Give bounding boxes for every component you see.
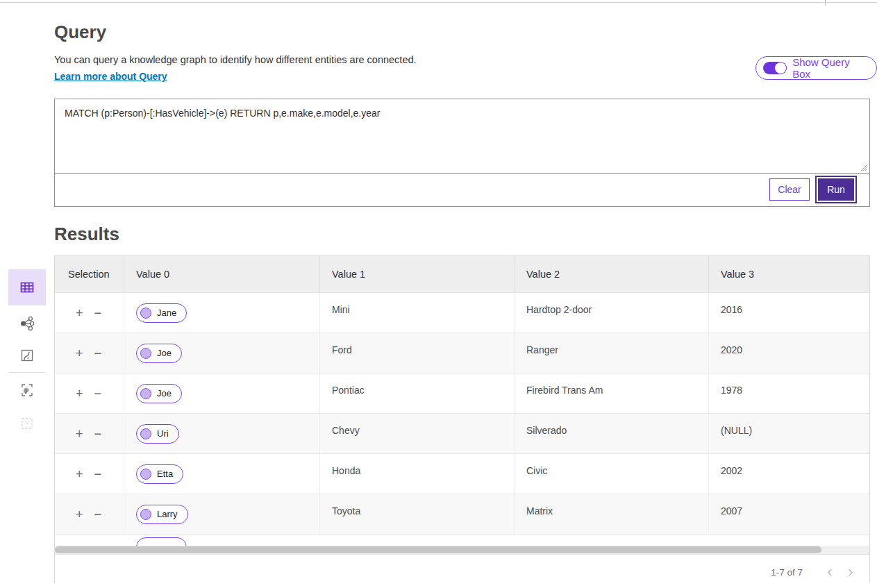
add-to-selection-icon[interactable]: + xyxy=(76,347,83,360)
learn-more-link[interactable]: Learn more about Query xyxy=(54,71,167,82)
query-button-bar: Clear Run xyxy=(55,174,869,205)
remove-from-selection-icon[interactable]: − xyxy=(94,387,102,400)
entity-pill[interactable]: Uri xyxy=(136,424,179,444)
toggle-knob xyxy=(775,62,786,74)
entity-name: Joe xyxy=(157,348,172,358)
add-to-selection-icon[interactable]: + xyxy=(76,307,83,319)
table-row: + − Joe Pontiac Firebird Trans Am 1978 xyxy=(55,373,869,413)
value1-cell: Honda xyxy=(320,454,515,494)
value1-cell: Pontiac xyxy=(320,373,515,413)
value3-cell: 2016 xyxy=(709,293,869,333)
value1-cell: Toyota xyxy=(320,494,515,534)
sidebar-item-table-view[interactable] xyxy=(8,269,46,305)
value3-cell: 2020 xyxy=(709,333,869,373)
previous-page-button[interactable]: ‹ xyxy=(819,564,840,580)
query-textarea[interactable]: MATCH (p:Person)-[:HasVehicle]->(e) RETU… xyxy=(55,99,869,174)
entity-icon xyxy=(140,428,151,439)
remove-from-selection-icon[interactable]: − xyxy=(94,428,102,440)
entity-pill[interactable] xyxy=(136,537,187,546)
horizontal-scrollbar-track[interactable] xyxy=(55,546,869,554)
column-header-value2: Value 2 xyxy=(515,256,709,292)
query-box: MATCH (p:Person)-[:HasVehicle]->(e) RETU… xyxy=(54,99,870,207)
entity-name: Larry xyxy=(157,509,178,519)
value2-cell: Ranger xyxy=(515,333,709,373)
entity-icon xyxy=(140,348,151,359)
entity-name: Etta xyxy=(157,469,173,479)
value1-cell: Chevy xyxy=(320,414,515,453)
remove-from-selection-icon[interactable]: − xyxy=(94,307,102,319)
value2-cell: Silverado xyxy=(515,414,709,453)
column-header-value1: Value 1 xyxy=(320,256,515,292)
table-icon xyxy=(19,279,35,296)
table-row: + − Etta Honda Civic 2002 xyxy=(55,453,869,494)
value3-cell: (NULL) xyxy=(709,414,869,453)
remove-from-selection-icon[interactable]: − xyxy=(94,468,102,480)
entity-cell: Larry xyxy=(124,494,320,534)
entity-icon xyxy=(140,509,151,520)
entity-cell: Etta xyxy=(124,454,320,494)
value3-cell: 2007 xyxy=(709,494,869,534)
map-icon xyxy=(19,347,35,364)
resize-handle-icon[interactable] xyxy=(859,163,867,171)
toggle-label: Show Query Box xyxy=(792,56,867,80)
value2-cell: Matrix xyxy=(515,494,709,534)
clear-button[interactable]: Clear xyxy=(769,178,810,201)
show-query-box-toggle[interactable]: Show Query Box xyxy=(755,56,877,80)
entity-pill[interactable]: Jane xyxy=(136,303,187,323)
selection-cell: + − xyxy=(55,333,124,373)
selection-cell: + − xyxy=(55,293,124,333)
page-title: Query xyxy=(54,22,106,43)
add-to-selection-icon[interactable]: + xyxy=(76,428,83,440)
entity-pill[interactable]: Joe xyxy=(136,344,182,363)
horizontal-scrollbar-thumb[interactable] xyxy=(55,546,821,553)
top-divider xyxy=(0,2,877,3)
entity-icon xyxy=(140,308,151,319)
entity-cell: Joe xyxy=(124,373,320,413)
column-header-value0: Value 0 xyxy=(124,256,320,292)
remove-from-selection-icon[interactable]: − xyxy=(94,347,102,360)
entity-pill[interactable]: Joe xyxy=(136,384,182,403)
selection-disabled-icon xyxy=(19,415,35,432)
new-map-icon xyxy=(18,381,36,399)
entity-name: Uri xyxy=(157,428,169,439)
sidebar-item-map-view[interactable] xyxy=(8,343,46,368)
top-divider-tick xyxy=(825,0,826,6)
pagination-label: 1-7 of 7 xyxy=(771,567,803,578)
results-title: Results xyxy=(54,224,119,245)
query-page: Query You can query a knowledge graph to… xyxy=(0,0,877,588)
sidebar-divider xyxy=(9,372,45,373)
toggle-switch-icon[interactable] xyxy=(763,62,787,74)
selection-cell: + − xyxy=(55,454,124,494)
entity-icon xyxy=(140,388,151,399)
sidebar-item-new-map-from-results[interactable] xyxy=(8,378,46,403)
run-button[interactable]: Run xyxy=(818,178,854,201)
sidebar-item-link-chart-view[interactable] xyxy=(8,311,46,336)
table-row: + − Uri Chevy Silverado (NULL) xyxy=(55,413,869,453)
add-to-selection-icon[interactable]: + xyxy=(76,468,83,480)
entity-cell: Uri xyxy=(124,414,320,453)
remove-from-selection-icon[interactable]: − xyxy=(94,508,102,521)
page-description: You can query a knowledge graph to ident… xyxy=(54,54,417,65)
entity-cell: Jane xyxy=(124,293,320,333)
table-footer: 1-7 of 7 ‹ › xyxy=(55,554,869,588)
table-row: + − Jane Mini Hardtop 2-door 2016 xyxy=(55,292,869,333)
link-chart-icon xyxy=(18,314,36,333)
entity-name: Joe xyxy=(157,388,172,398)
entity-pill[interactable]: Larry xyxy=(136,505,188,524)
next-page-button[interactable]: › xyxy=(840,564,861,580)
value2-cell: Hardtop 2-door xyxy=(515,293,709,333)
add-to-selection-icon[interactable]: + xyxy=(76,508,83,521)
table-row: + − Joe Ford Ranger 2020 xyxy=(55,333,869,373)
table-row: + − Larry Toyota Matrix 2007 xyxy=(55,494,869,534)
value1-cell: Mini xyxy=(320,293,515,333)
entity-icon xyxy=(140,469,151,480)
column-header-selection: Selection xyxy=(55,256,124,292)
value1-cell: Ford xyxy=(320,333,515,373)
column-header-value3: Value 3 xyxy=(709,256,869,292)
add-to-selection-icon[interactable]: + xyxy=(76,387,83,400)
selection-cell: + − xyxy=(55,494,124,534)
table-header: Selection Value 0 Value 1 Value 2 Value … xyxy=(55,256,869,292)
value3-cell: 2002 xyxy=(709,454,869,494)
value2-cell: Firebird Trans Am xyxy=(515,373,709,413)
entity-pill[interactable]: Etta xyxy=(136,464,183,484)
